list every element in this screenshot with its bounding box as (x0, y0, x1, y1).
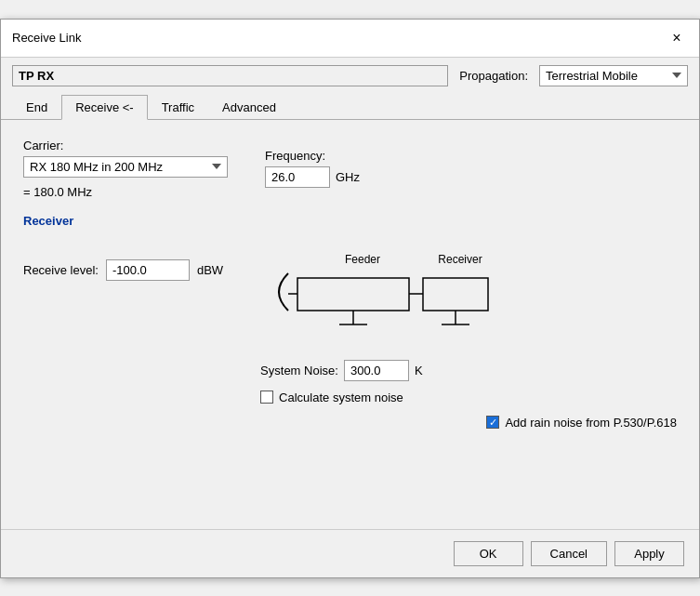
rain-noise-label: Add rain noise from P.530/P.618 (505, 416, 677, 430)
tab-end[interactable]: End (12, 95, 61, 120)
rain-noise-checkbox[interactable] (486, 416, 499, 429)
close-button[interactable]: × (666, 27, 688, 49)
tabs-bar: End Receive <- Traffic Advanced (1, 94, 699, 120)
propagation-select[interactable]: Terrestrial Mobile (539, 65, 688, 86)
system-noise-label: System Noise: (260, 364, 338, 377)
receive-level-input[interactable] (106, 259, 190, 281)
title-bar: Receive Link × (1, 20, 699, 58)
receiver-label: Receiver (438, 253, 482, 266)
system-noise-input[interactable] (344, 360, 409, 381)
receive-link-dialog: Receive Link × Propagation: Terrestrial … (0, 19, 700, 578)
tab-receive[interactable]: Receive <- (61, 95, 148, 120)
receiver-section-title: Receiver (23, 214, 677, 228)
rain-noise-row: Add rain noise from P.530/P.618 (23, 416, 677, 430)
link-name-input[interactable] (12, 65, 448, 86)
propagation-label: Propagation: (459, 69, 528, 83)
ok-button[interactable]: OK (454, 541, 523, 566)
svg-rect-2 (423, 278, 488, 311)
frequency-unit: GHz (336, 170, 360, 184)
apply-button[interactable]: Apply (614, 541, 684, 566)
frequency-section: Frequency: GHz (265, 149, 360, 188)
frequency-input[interactable] (265, 166, 330, 188)
svg-rect-0 (297, 278, 409, 311)
calc-noise-label: Calculate system noise (279, 391, 403, 404)
receive-level-label: Receive level: (23, 263, 99, 277)
receive-level-unit: dBW (197, 263, 223, 277)
cancel-button[interactable]: Cancel (531, 541, 607, 566)
receiver-diagram: Feeder Receiver (260, 241, 521, 352)
dialog-title: Receive Link (12, 31, 81, 45)
feeder-label: Feeder (345, 253, 380, 266)
carrier-select[interactable]: RX 180 MHz in 200 MHz (23, 156, 228, 178)
tab-advanced[interactable]: Advanced (208, 95, 290, 120)
frequency-label: Frequency: (265, 149, 360, 163)
calc-noise-checkbox[interactable] (260, 391, 273, 404)
frequency-row: GHz (265, 166, 360, 188)
content-area: Carrier: RX 180 MHz in 200 MHz = 180.0 M… (1, 120, 699, 529)
carrier-equiv: = 180.0 MHz (23, 185, 228, 199)
receiver-diagram-container: Feeder Receiver (260, 241, 521, 404)
system-noise-row: System Noise: K (260, 360, 422, 381)
system-noise-unit: K (415, 364, 423, 377)
top-row: Propagation: Terrestrial Mobile (1, 58, 699, 94)
footer: OK Cancel Apply (1, 529, 699, 577)
carrier-label: Carrier: (23, 139, 228, 152)
tab-traffic[interactable]: Traffic (148, 95, 208, 120)
receiver-layout: Receive level: dBW Feeder Receiver (23, 241, 677, 404)
calc-noise-row: Calculate system noise (260, 391, 403, 404)
receiver-left: Receive level: dBW (23, 241, 223, 281)
carrier-frequency-row: Carrier: RX 180 MHz in 200 MHz = 180.0 M… (23, 139, 677, 199)
carrier-left: Carrier: RX 180 MHz in 200 MHz = 180.0 M… (23, 139, 228, 199)
